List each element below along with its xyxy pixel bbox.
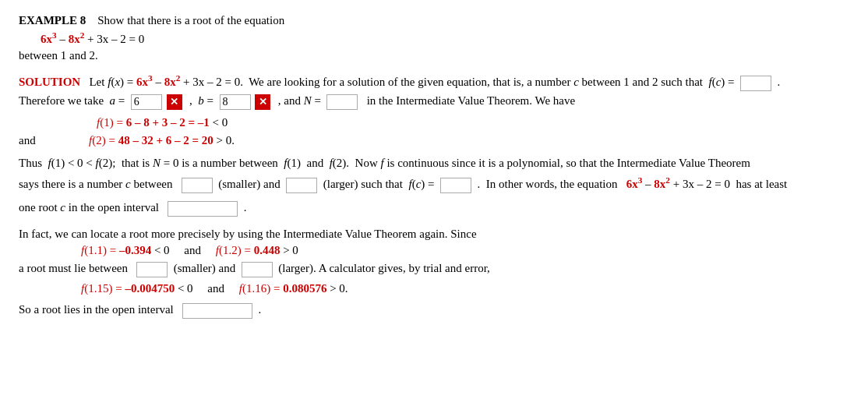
fact-intro: In fact, we can locate a root more preci… [19, 228, 849, 241]
fact-intro-text: In fact, we can locate a root more preci… [19, 228, 477, 240]
between-text: between 1 and 2. [19, 49, 98, 62]
larger2-input[interactable] [242, 262, 273, 277]
a-input[interactable] [131, 94, 162, 110]
example-label: EXAMPLE 8 [19, 14, 86, 26]
and-label: and [19, 134, 65, 147]
a-x-mark[interactable]: ✕ [167, 94, 182, 110]
so-line: So a root lies in the open interval . [19, 303, 849, 319]
root-line: a root must lie between (smaller) and (l… [19, 262, 849, 277]
thus-block: Thus f(1) < 0 < f(2); that is N = 0 is a… [19, 154, 849, 195]
solution-line1: SOLUTION Let f(x) = 6x3 – 8x2 + 3x – 2 =… [19, 73, 849, 91]
interval2-input[interactable] [182, 303, 252, 319]
larger1-input[interactable] [286, 178, 317, 193]
smaller1-input[interactable] [182, 178, 213, 193]
between-line: between 1 and 2. [19, 49, 849, 62]
n-input[interactable] [326, 94, 358, 110]
main-equation: 6x3 – 8x2 + 3x – 2 = 0 [41, 30, 849, 46]
f1-line: f(1) = 6 – 8 + 3 – 2 = –1 < 0 [97, 116, 849, 129]
example-prompt: Show that there is a root of the equatio… [97, 14, 284, 26]
fc2-input[interactable] [440, 178, 471, 193]
solution-line2: Therefore we take a = ✕ , b = ✕ , and N … [19, 94, 849, 110]
and-f2-line: and f(2) = 48 – 32 + 6 – 2 = 20 > 0. [19, 134, 849, 147]
calc-eq: f(1.15) = –0.004750 < 0 and f(1.16) = 0.… [81, 282, 849, 295]
solution-label: SOLUTION [19, 76, 80, 88]
example-header: EXAMPLE 8 Show that there is a root of t… [19, 14, 849, 27]
interval1-input[interactable] [168, 201, 238, 217]
smaller2-input[interactable] [136, 262, 168, 277]
b-input[interactable] [220, 94, 251, 110]
fact-eq1: f(1.1) = –0.394 < 0 and f(1.2) = 0.448 >… [81, 244, 849, 257]
fact-block: In fact, we can locate a root more preci… [19, 228, 849, 319]
interval-line: one root c in the open interval . [19, 201, 849, 217]
fc-input[interactable] [740, 76, 771, 91]
solution-block: SOLUTION Let f(x) = 6x3 – 8x2 + 3x – 2 =… [19, 73, 849, 110]
b-x-mark[interactable]: ✕ [255, 94, 270, 110]
